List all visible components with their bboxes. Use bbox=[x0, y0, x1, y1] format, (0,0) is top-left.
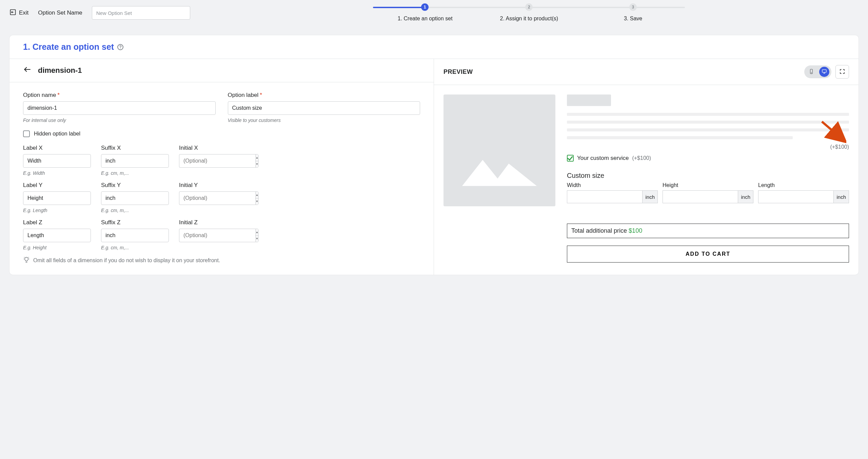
add-to-cart-button[interactable]: ADD TO CART bbox=[567, 246, 849, 263]
custom-service-price: (+$100) bbox=[632, 155, 651, 161]
device-toggle bbox=[804, 65, 831, 78]
preview-length-label: Length bbox=[758, 182, 849, 188]
option-set-name-label: Option Set Name bbox=[38, 9, 82, 16]
total-additional-price: Total additional price $100 bbox=[567, 224, 849, 238]
initial-y-input[interactable] bbox=[179, 191, 255, 205]
initial-x-label: Initial X bbox=[179, 145, 247, 151]
expand-icon bbox=[839, 68, 845, 76]
initial-z-down[interactable]: ▼ bbox=[256, 236, 258, 242]
stepper-track: 1 2 3 bbox=[373, 5, 685, 9]
suffix-z-label: Suffix Z bbox=[101, 219, 169, 226]
back-button[interactable] bbox=[23, 65, 32, 76]
exit-button[interactable]: Exit bbox=[9, 9, 28, 17]
step-label-3: 3. Save bbox=[581, 16, 685, 22]
custom-service-checkbox[interactable] bbox=[567, 155, 574, 162]
product-image-placeholder bbox=[443, 95, 555, 206]
label-x-input[interactable] bbox=[23, 154, 91, 168]
preview-width-unit: inch bbox=[642, 191, 657, 203]
preview-height-input[interactable] bbox=[663, 191, 738, 203]
option-label-label: Option label* bbox=[228, 92, 420, 99]
option-set-name-input[interactable] bbox=[92, 6, 190, 20]
help-icon[interactable]: ? bbox=[117, 44, 123, 50]
preview-width-input[interactable] bbox=[567, 191, 642, 203]
option-label-input[interactable] bbox=[228, 101, 420, 115]
suffix-y-label: Suffix Y bbox=[101, 182, 169, 189]
image-icon bbox=[462, 149, 537, 186]
arrow-left-icon bbox=[23, 67, 32, 76]
skeleton-line bbox=[567, 121, 849, 124]
initial-x-stepper: ▲ ▼ bbox=[255, 154, 259, 168]
option-name-label: Option name* bbox=[23, 92, 216, 99]
preview-length-input[interactable] bbox=[758, 191, 833, 203]
skeleton-line bbox=[567, 136, 793, 139]
expand-button[interactable] bbox=[835, 65, 849, 79]
step-label-1: 1. Create an option set bbox=[373, 16, 477, 22]
step-node-2[interactable]: 2 bbox=[525, 3, 533, 11]
label-x-label: Label X bbox=[23, 145, 91, 151]
label-y-hint: E.g. Length bbox=[23, 208, 91, 213]
skeleton-line bbox=[567, 128, 849, 131]
suffix-y-input[interactable] bbox=[101, 191, 169, 205]
initial-y-label: Initial Y bbox=[179, 182, 247, 189]
price-delta: (+$100) bbox=[567, 144, 849, 150]
step-node-1[interactable]: 1 bbox=[421, 3, 429, 11]
preview-width-label: Width bbox=[567, 182, 658, 188]
initial-y-up[interactable]: ▲ bbox=[256, 192, 258, 199]
label-x-hint: E.g. Width bbox=[23, 170, 91, 176]
suffix-z-input[interactable] bbox=[101, 229, 169, 242]
preview-height-unit: inch bbox=[738, 191, 753, 203]
preview-title: PREVIEW bbox=[443, 68, 473, 76]
dimension-tip: Omit all fields of a dimension if you do… bbox=[33, 257, 220, 264]
label-z-input[interactable] bbox=[23, 229, 91, 242]
initial-z-label: Initial Z bbox=[179, 219, 247, 226]
page-title: 1. Create an option set bbox=[23, 42, 114, 52]
suffix-z-hint: E.g. cm, m,... bbox=[101, 245, 169, 250]
skeleton-line bbox=[567, 113, 849, 116]
initial-x-down[interactable]: ▼ bbox=[256, 161, 258, 168]
suffix-x-input[interactable] bbox=[101, 154, 169, 168]
option-name-hint: For internal use only bbox=[23, 118, 216, 123]
desktop-view-button[interactable] bbox=[819, 67, 829, 77]
hidden-option-checkbox[interactable] bbox=[23, 130, 30, 137]
initial-y-stepper: ▲ ▼ bbox=[255, 191, 259, 205]
initial-y-down[interactable]: ▼ bbox=[256, 199, 258, 205]
desktop-icon bbox=[822, 69, 827, 75]
custom-size-title: Custom size bbox=[567, 172, 849, 180]
option-heading: dimension-1 bbox=[38, 66, 82, 75]
initial-z-stepper: ▲ ▼ bbox=[255, 229, 259, 242]
mobile-view-button[interactable] bbox=[806, 67, 816, 77]
suffix-x-label: Suffix X bbox=[101, 145, 169, 151]
product-title-skeleton bbox=[567, 95, 611, 106]
svg-point-2 bbox=[811, 72, 811, 73]
preview-height-label: Height bbox=[663, 182, 753, 188]
label-y-input[interactable] bbox=[23, 191, 91, 205]
option-name-input[interactable] bbox=[23, 101, 216, 115]
label-z-label: Label Z bbox=[23, 219, 91, 226]
step-label-2: 2. Assign it to product(s) bbox=[477, 16, 581, 22]
custom-service-label: Your custom service bbox=[577, 155, 629, 162]
initial-z-input[interactable] bbox=[179, 229, 255, 242]
exit-icon bbox=[9, 9, 16, 17]
lightbulb-icon bbox=[23, 256, 30, 265]
svg-rect-3 bbox=[822, 69, 826, 72]
initial-x-up[interactable]: ▲ bbox=[256, 154, 258, 161]
initial-z-up[interactable]: ▲ bbox=[256, 229, 258, 236]
exit-label: Exit bbox=[19, 9, 28, 16]
preview-length-unit: inch bbox=[833, 191, 849, 203]
label-y-label: Label Y bbox=[23, 182, 91, 189]
step-node-3[interactable]: 3 bbox=[629, 3, 637, 11]
initial-x-input[interactable] bbox=[179, 154, 255, 168]
label-z-hint: E.g. Height bbox=[23, 245, 91, 250]
suffix-x-hint: E.g. cm, m,... bbox=[101, 170, 169, 176]
option-label-hint: Visible to your customers bbox=[228, 118, 420, 123]
hidden-option-text: Hidden option label bbox=[34, 131, 80, 137]
suffix-y-hint: E.g. cm, m,... bbox=[101, 208, 169, 213]
mobile-icon bbox=[809, 69, 814, 75]
